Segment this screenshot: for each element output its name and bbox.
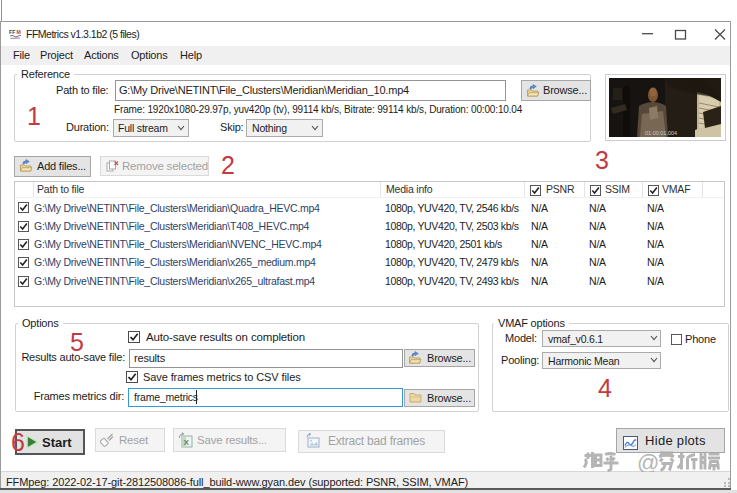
- svg-text:@: @: [637, 451, 659, 472]
- svg-text:M: M: [17, 29, 21, 35]
- svg-text:FF: FF: [9, 29, 15, 35]
- svg-text:01:00:01.004: 01:00:01.004: [645, 130, 677, 136]
- svg-text:X: X: [184, 438, 190, 447]
